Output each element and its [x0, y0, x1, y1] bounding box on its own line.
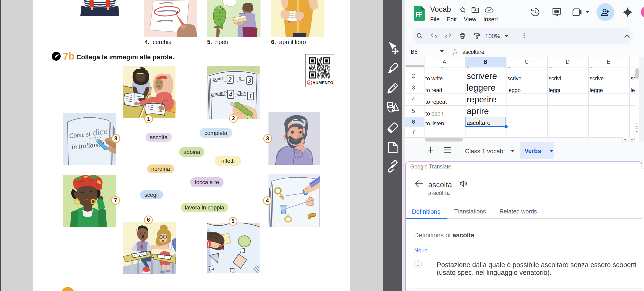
- svg-text:ti: ti: [238, 75, 242, 81]
- svg-text:dice: dice: [92, 126, 108, 138]
- svg-text:AUMENTO: AUMENTO: [312, 80, 333, 85]
- svg-text:2: 2: [228, 76, 232, 83]
- svg-text:1: 1: [249, 92, 252, 100]
- svg-text:3: 3: [248, 77, 251, 84]
- svg-text:A: A: [308, 81, 311, 85]
- svg-text:4: 4: [229, 91, 232, 98]
